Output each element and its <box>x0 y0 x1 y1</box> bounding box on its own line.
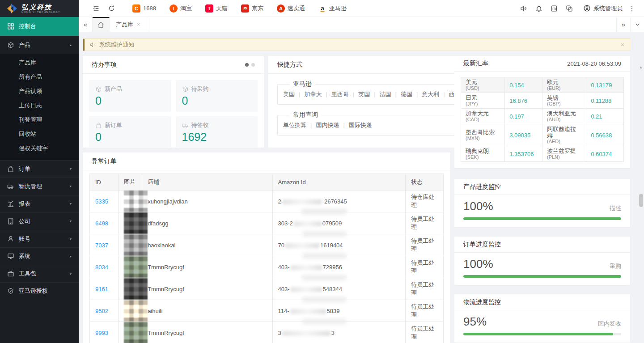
group-legend: 亚马逊 <box>289 80 315 88</box>
building-icon <box>7 218 14 225</box>
shortcut-link-it[interactable]: 意大利 <box>412 91 439 97</box>
order-id-link[interactable]: 8034 <box>95 264 108 271</box>
sidebar-item-label: 系统 <box>19 252 64 260</box>
marketplace-label: 淘宝 <box>180 4 192 13</box>
sidebar-item-reports[interactable]: 报表 ▼ <box>0 195 79 212</box>
stat-to-sign[interactable]: 待签收 1692 <box>176 116 258 148</box>
rate-row: 日元(JPY) 16.876 英镑(GBP) 0.11288 <box>461 93 624 109</box>
chevron-down-icon: ▼ <box>69 167 72 170</box>
chevron-down-icon: ▼ <box>69 272 72 275</box>
amazon-id-cell: 403-548344 <box>272 278 405 300</box>
amazon-icon: a <box>318 4 326 13</box>
tab-product-library[interactable]: 产品库 × <box>110 17 147 32</box>
sidebar-item-system[interactable]: 系统 ▼ <box>0 247 79 265</box>
order-id-link[interactable]: 7037 <box>95 242 108 249</box>
calculator-icon[interactable] <box>547 0 562 17</box>
sidebar-item-logistics[interactable]: 物流管理 ▼ <box>0 178 79 195</box>
shortcut-link-uk[interactable]: 英国 <box>349 91 370 97</box>
bell-icon[interactable] <box>531 0 547 17</box>
tabs-scroll-right-icon[interactable]: » <box>616 17 630 32</box>
shortcut-link-international-express[interactable]: 国际快递 <box>339 122 372 128</box>
marketplace-link-taobao[interactable]: t 淘宝 <box>169 4 192 13</box>
progress-percent: 100% <box>463 257 493 271</box>
marketplace-link-jd[interactable]: JD 京东 <box>241 4 263 13</box>
scrollbar-thumb[interactable] <box>639 194 643 207</box>
home-icon <box>97 21 104 28</box>
sidebar-subitem-infringing-keywords[interactable]: 侵权关键字 <box>0 141 79 156</box>
marketplace-link-aliexpress[interactable]: A 速卖通 <box>277 4 305 13</box>
carousel-dot-2[interactable] <box>251 63 255 67</box>
order-row: 9502 aihuili 114-5839 待员工处理 <box>90 300 444 322</box>
collapse-sidebar-icon[interactable] <box>89 0 104 17</box>
sidebar-item-toolkit[interactable]: 工具包 ▼ <box>0 265 79 282</box>
sidebar-item-amazon-auth[interactable]: 亚马逊授权 <box>0 282 79 300</box>
todo-card-title: 待办事项 <box>92 61 117 69</box>
shortcut-link-de[interactable]: 德国 <box>391 91 412 97</box>
toolbox-icon <box>7 270 14 277</box>
tabs-scroll-left-icon[interactable]: « <box>79 17 93 32</box>
marketplace-link-amazon[interactable]: a 亚马逊 <box>318 4 347 13</box>
shop-name: dfadsgg <box>142 212 272 234</box>
sidebar-subitem-product-claim[interactable]: 产品认领 <box>0 84 79 98</box>
rate-row: 瑞典克朗(SEK) 1.353706 波兰兹罗提(PLN) 0.60374 <box>461 146 624 162</box>
order-id-link[interactable]: 9993 <box>95 330 108 336</box>
volume-icon[interactable] <box>516 0 531 17</box>
sidebar-item-products[interactable]: 产品 ▲ <box>0 36 79 54</box>
megaphone-icon <box>90 42 96 48</box>
marketplace-link-tmall[interactable]: T 天猫 <box>205 4 228 13</box>
chevron-down-icon: ▼ <box>69 202 72 205</box>
sidebar-item-label: 报表 <box>19 200 64 208</box>
shortcut-link-ca[interactable]: 加拿大 <box>295 91 322 97</box>
stat-label: 待采购 <box>191 85 209 93</box>
order-progress-card: 订单进度监控 100% 采购 <box>454 237 630 285</box>
refresh-icon[interactable] <box>104 0 119 17</box>
stat-to-purchase[interactable]: 待采购 0 <box>176 80 258 112</box>
shop-name: TmmnRrycugf <box>142 256 272 278</box>
sidebar-item-label: 控制台 <box>19 22 72 30</box>
package-icon <box>95 86 102 93</box>
sidebar-subitem-listing-management[interactable]: 刊登管理 <box>0 113 79 127</box>
shortcut-link-domestic-express[interactable]: 国内快递 <box>306 122 339 128</box>
shortcut-link-unit-conversion[interactable]: 单位换算 <box>283 122 306 128</box>
user-menu[interactable]: 系统管理员 <box>583 4 623 13</box>
sidebar-subitem-all-products[interactable]: 所有产品 <box>0 70 79 84</box>
close-notice-icon[interactable]: × <box>621 41 624 48</box>
order-status: 待员工处理 <box>405 300 443 322</box>
stat-new-orders[interactable]: 新订单 0 <box>89 116 171 148</box>
close-tab-icon[interactable]: × <box>137 21 140 28</box>
shop-name: haoxiaokai <box>142 234 272 256</box>
sidebar-subitem-product-library[interactable]: 产品库 <box>0 55 79 70</box>
shop-name: xuhongjiajvdian <box>142 191 272 212</box>
shortcut-link-fr[interactable]: 法国 <box>370 91 391 97</box>
amazon-id-cell: 701619404 <box>272 234 405 256</box>
stat-new-products[interactable]: 新产品 0 <box>89 80 171 112</box>
order-id-link[interactable]: 6498 <box>95 220 108 227</box>
redacted-segment <box>282 331 330 336</box>
cube-icon <box>7 42 14 49</box>
sidebar-item-orders[interactable]: 订单 ▼ <box>0 160 79 178</box>
order-id-link[interactable]: 9502 <box>95 308 108 314</box>
sidebar-item-console[interactable]: 控制台 <box>0 17 79 36</box>
sidebar-item-company[interactable]: 公司 ▼ <box>0 212 79 230</box>
marketplace-link-1688[interactable]: C 1688 <box>132 4 156 13</box>
rate-value: 0.154 <box>505 77 542 93</box>
scroll-up-icon[interactable]: ▲ <box>639 65 643 70</box>
rate-value: 0.13179 <box>586 77 624 93</box>
more-menu-icon[interactable]: ⋮ <box>626 4 638 13</box>
apps-switch-icon[interactable] <box>562 0 577 17</box>
tabs-menu-icon[interactable] <box>630 17 644 32</box>
shortcut-link-us[interactable]: 美国 <box>283 91 295 97</box>
todo-card: 待办事项 新产品 <box>83 56 264 148</box>
shortcut-link-mx[interactable]: 墨西哥 <box>322 91 348 97</box>
sidebar-subitem-upload-log[interactable]: 上传日志 <box>0 98 79 113</box>
sidebar-subitem-recycle-bin[interactable]: 回收站 <box>0 127 79 141</box>
tab-home[interactable] <box>93 17 110 32</box>
sidebar-item-account[interactable]: 账号 ▼ <box>0 230 79 247</box>
progress-card-title: 物流进度监控 <box>463 298 501 306</box>
marketplace-label: 天猫 <box>216 4 228 13</box>
col-shop: 店铺 <box>142 174 272 191</box>
order-id-link[interactable]: 5335 <box>95 198 108 205</box>
order-id-link[interactable]: 9161 <box>95 286 108 292</box>
col-id: ID <box>90 174 119 191</box>
carousel-dot-1[interactable] <box>245 63 249 67</box>
